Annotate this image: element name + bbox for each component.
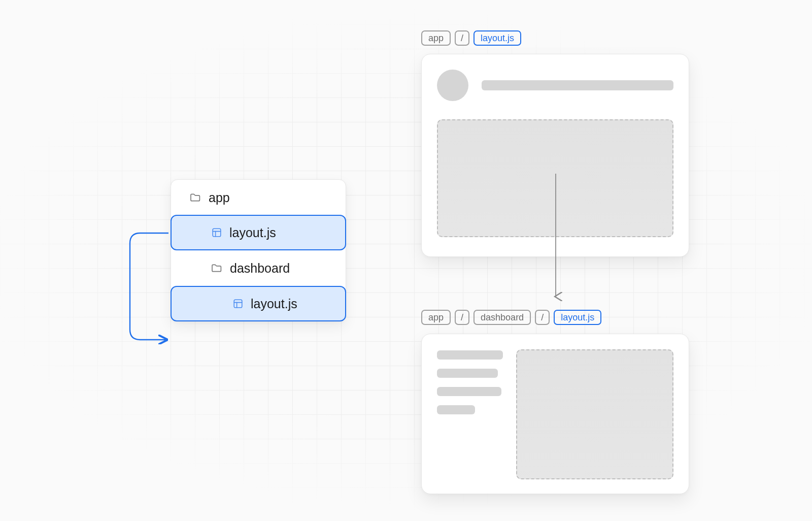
tree-item-app[interactable]: app	[171, 180, 346, 215]
skeleton-bar	[437, 405, 475, 414]
tree-label: layout.js	[229, 225, 276, 240]
preview-header	[437, 70, 673, 101]
folder-icon	[189, 191, 201, 204]
layout-icon	[232, 298, 244, 309]
tree-label: dashboard	[230, 261, 290, 276]
diagram-stage: app layout.js dashboard	[0, 0, 812, 521]
tree-item-dashboard-layout[interactable]: layout.js	[171, 286, 346, 321]
tree-label: layout.js	[251, 297, 297, 311]
skeleton-bar	[437, 369, 498, 378]
sidebar-skeleton	[437, 349, 503, 478]
tree-item-app-layout[interactable]: layout.js	[171, 215, 346, 250]
breadcrumb-item-active: layout.js	[473, 30, 521, 46]
breadcrumb-separator: /	[535, 310, 550, 325]
file-tree-panel: app layout.js dashboard	[171, 179, 346, 321]
breadcrumb-item: dashboard	[473, 310, 531, 325]
svg-rect-0	[213, 229, 221, 237]
breadcrumb-top: app / layout.js	[421, 30, 521, 46]
breadcrumb-item: app	[421, 310, 451, 325]
preview-dashboard-layout	[421, 334, 689, 494]
layout-icon	[211, 227, 222, 238]
breadcrumb-separator: /	[455, 310, 469, 325]
breadcrumb-bottom: app / dashboard / layout.js	[421, 310, 601, 325]
tree-item-dashboard[interactable]: dashboard	[171, 250, 346, 286]
preview-app-layout	[421, 54, 689, 257]
children-slot	[516, 349, 673, 479]
breadcrumb-item: app	[421, 30, 451, 46]
svg-rect-3	[234, 300, 242, 308]
tree-connector-arrow	[120, 230, 171, 344]
skeleton-avatar	[437, 70, 468, 101]
skeleton-bar	[437, 387, 501, 396]
breadcrumb-separator: /	[455, 30, 469, 46]
breadcrumb-item-active: layout.js	[554, 310, 601, 325]
skeleton-bar	[437, 350, 503, 360]
skeleton-bar	[482, 80, 673, 90]
folder-icon	[211, 262, 223, 274]
children-slot	[437, 119, 673, 237]
tree-label: app	[209, 190, 230, 205]
